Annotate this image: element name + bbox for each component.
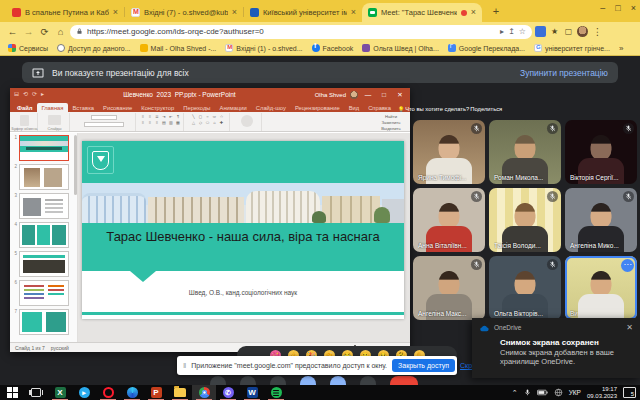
ribbon-tab-view[interactable]: Вид: [345, 103, 364, 112]
ribbon-tab-animations[interactable]: Анимации: [216, 103, 251, 112]
ribbon-tab-slideshow[interactable]: Слайд-шоу: [252, 103, 290, 112]
account-avatar[interactable]: [350, 91, 358, 99]
thumbnail-row[interactable]: 5: [12, 251, 76, 277]
tab-close-icon[interactable]: ×: [113, 8, 118, 17]
slide-thumbnail-6[interactable]: [19, 280, 69, 306]
language-indicator[interactable]: русский: [51, 345, 69, 351]
bookmark-facebook[interactable]: Facebook: [312, 44, 354, 52]
onedrive-notification[interactable]: OneDrive ✕ Снимок экрана сохранен Снимок…: [472, 318, 640, 378]
tell-me-box[interactable]: Что вы хотите сделать?: [398, 106, 469, 112]
taskbar-edge-icon[interactable]: [120, 385, 144, 400]
editing-group[interactable]: Найти Заменить Выделить: [374, 113, 408, 131]
slide-thumbnail-7[interactable]: [19, 309, 69, 335]
camera-button[interactable]: [240, 376, 256, 385]
ppt-share-button[interactable]: Поделиться: [470, 106, 505, 112]
bookmark-star-icon[interactable]: ☆: [519, 27, 526, 36]
taskbar-powerpoint-icon[interactable]: P: [144, 385, 168, 400]
taskbar-excel-icon[interactable]: X: [48, 385, 72, 400]
arrange-group[interactable]: [232, 113, 262, 131]
bookmarks-overflow-icon[interactable]: »: [619, 44, 623, 53]
slide-editing-area[interactable]: Тарас Шевченко - наша сила, віра та насн…: [78, 133, 410, 342]
participant-tile[interactable]: Ярина Тимофі...: [413, 120, 485, 184]
current-slide[interactable]: Тарас Шевченко - наша сила, віра та насн…: [82, 141, 404, 319]
taskbar-spotify-icon[interactable]: [264, 385, 288, 400]
slide-thumbnail-panel[interactable]: 1 2 3 4 5 6 7: [10, 133, 78, 342]
tab-gmail-inbox[interactable]: Вхідні (7) - o.shved@kubg.edu.u ×: [125, 3, 243, 22]
bookmark-access[interactable]: Доступ до даного...: [57, 44, 131, 52]
ppt-minimize-icon[interactable]: —: [362, 91, 374, 98]
ribbon-tab-draw[interactable]: Рисование: [99, 103, 136, 112]
thumbnail-scrollbar[interactable]: [74, 135, 77, 195]
extension-icon[interactable]: [535, 26, 546, 37]
bookmark-olha-shved[interactable]: Ольга Швед | Olha...: [362, 44, 439, 52]
ribbon-tab-design[interactable]: Конструктор: [137, 103, 178, 112]
stop-access-button[interactable]: Закрыть доступ: [392, 359, 455, 372]
language-switcher[interactable]: УКР: [569, 389, 581, 396]
taskbar-telegram-icon[interactable]: [72, 385, 96, 400]
thumbnail-row[interactable]: 2: [12, 164, 76, 190]
ribbon-tab-review[interactable]: Рецензирование: [291, 103, 344, 112]
participant-tile[interactable]: Анна Віталіївн...: [413, 188, 485, 252]
back-button[interactable]: ←: [6, 26, 19, 37]
chrome-menu-icon[interactable]: ⋮: [591, 26, 604, 37]
tab-university-site[interactable]: Київський університет імені Б... ×: [244, 3, 362, 22]
participant-tile[interactable]: Вікторія Сергії...: [565, 120, 637, 184]
undo-icon[interactable]: ⟲: [23, 88, 28, 101]
tab-google-meet[interactable]: Meet: "Тарас Шевченко - н... ×: [362, 3, 482, 22]
ribbon-tab-home[interactable]: Главная: [37, 103, 67, 112]
mic-button[interactable]: [210, 376, 226, 385]
thumbnail-row[interactable]: 3: [12, 193, 76, 219]
slideshow-icon[interactable]: ▸: [41, 88, 44, 101]
bookmark-university[interactable]: університет грінче...: [534, 44, 610, 52]
slide-thumbnail-4[interactable]: [19, 222, 69, 248]
tab-close-icon[interactable]: ×: [232, 8, 237, 17]
thumbnail-row[interactable]: 7: [12, 309, 76, 335]
slide-thumbnail-5[interactable]: [19, 251, 69, 277]
thumbnail-row[interactable]: 1: [12, 135, 76, 161]
participant-tile[interactable]: Ангеліна Мико...: [565, 188, 637, 252]
task-view-button[interactable]: [24, 385, 48, 400]
home-button[interactable]: ⌂: [54, 26, 67, 37]
font-group[interactable]: [72, 113, 136, 131]
self-view-tile[interactable]: Ви: [565, 256, 637, 320]
taskbar-viber-icon[interactable]: [216, 385, 240, 400]
ribbon-tab-insert[interactable]: Вставка: [69, 103, 99, 112]
forward-button[interactable]: →: [22, 26, 35, 37]
raise-hand-button[interactable]: [300, 376, 316, 385]
ribbon-tab-transitions[interactable]: Переходы: [179, 103, 214, 112]
new-tab-button[interactable]: +: [488, 4, 504, 20]
bookmark-mail[interactable]: Mail - Olha Shved -...: [140, 44, 217, 52]
network-icon[interactable]: [554, 388, 563, 397]
battery-icon[interactable]: [537, 389, 548, 396]
action-center-icon[interactable]: 5: [623, 387, 636, 398]
stop-presenting-button[interactable]: Зупинити презентацію: [520, 68, 608, 78]
profile-avatar[interactable]: [577, 26, 588, 37]
hidden-icons-chevron[interactable]: ⌃: [512, 385, 518, 400]
clock[interactable]: 19:17 09.03.2023: [587, 386, 617, 400]
clipboard-group[interactable]: Буфер обмена: [12, 113, 38, 131]
drawing-group[interactable]: ╲◻○⇨☆△◇⬭⌂✚: [186, 113, 230, 131]
thumbnail-row[interactable]: 6: [12, 280, 76, 306]
end-call-button[interactable]: [390, 376, 418, 385]
reload-button[interactable]: ⟳: [38, 26, 51, 37]
extension-square-icon[interactable]: ▢: [563, 26, 574, 37]
address-bar[interactable]: https://meet.google.com/ids-orqe-cde?aut…: [70, 25, 532, 39]
slide-title[interactable]: Тарас Шевченко - наша сила, віра та насн…: [92, 229, 394, 245]
participant-tile[interactable]: Таісія Володи...: [489, 188, 561, 252]
redo-icon[interactable]: ⟳: [32, 88, 37, 101]
save-icon[interactable]: ⊟: [14, 88, 19, 101]
start-button[interactable]: [0, 385, 24, 400]
close-icon[interactable]: ×: [631, 2, 636, 14]
taskbar-opera-icon[interactable]: [96, 385, 120, 400]
maximize-icon[interactable]: □: [615, 2, 620, 14]
tab-close-icon[interactable]: ×: [351, 8, 356, 17]
tab-news-article[interactable]: В спальне Путина и Кабаево... ×: [6, 3, 124, 22]
participant-tile[interactable]: Роман Микола...: [489, 120, 561, 184]
taskbar-word-icon[interactable]: W: [240, 385, 264, 400]
tray-mic-icon[interactable]: [524, 388, 531, 397]
bookmark-services[interactable]: Сервисы: [8, 44, 48, 52]
participant-tile[interactable]: Ольга Вікторів...: [489, 256, 561, 320]
thumbnail-row[interactable]: 4: [12, 222, 76, 248]
drag-handle-icon[interactable]: ‖: [183, 361, 186, 370]
taskbar-explorer-icon[interactable]: [168, 385, 192, 400]
